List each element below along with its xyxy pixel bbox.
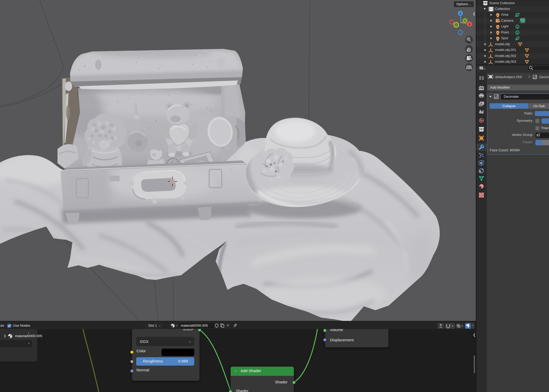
svg-text:Z: Z [460, 12, 461, 15]
svg-text:X: X [468, 23, 471, 26]
svg-text:Y: Y [464, 19, 466, 22]
